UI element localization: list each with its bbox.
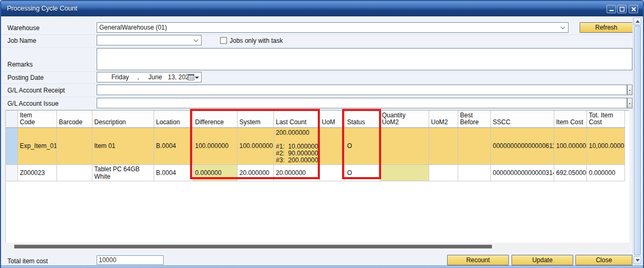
row-selector-cell[interactable] xyxy=(6,164,17,181)
cell-item-cost[interactable]: 100.000000 xyxy=(554,127,586,164)
column-header-description[interactable]: Description xyxy=(92,110,154,127)
divider xyxy=(1,84,631,84)
row-selector-header[interactable] xyxy=(6,110,17,127)
scroll-up-button[interactable] xyxy=(633,17,641,25)
cell-quantity-uom2[interactable] xyxy=(380,164,429,181)
cell-best-before[interactable] xyxy=(458,127,490,164)
cell-barcode[interactable] xyxy=(56,127,92,164)
column-header-best-before[interactable]: Best Before xyxy=(458,110,490,127)
column-header-difference[interactable]: Difference xyxy=(193,110,237,127)
refresh-button[interactable]: Refresh xyxy=(580,22,633,33)
close-window-button[interactable] xyxy=(629,5,638,13)
posting-date-label: Posting Date xyxy=(7,74,44,81)
jobs-only-with-task-checkbox[interactable] xyxy=(220,37,227,44)
cell-status[interactable]: O xyxy=(345,164,380,181)
minimize-button[interactable] xyxy=(607,5,616,13)
cell-system[interactable]: 20.000000 xyxy=(237,164,273,181)
date-dropdown-arrow-icon[interactable] xyxy=(195,77,199,79)
column-header-item-cost[interactable]: Item Cost xyxy=(554,110,586,127)
cell-barcode[interactable] xyxy=(56,164,92,181)
warehouse-value: GeneralWarehouse (01) xyxy=(99,24,167,31)
gl-account-issue-label: G/L Account Issue xyxy=(7,100,59,107)
arrow-up-icon xyxy=(636,20,640,23)
gl-account-issue-input[interactable] xyxy=(97,98,627,108)
last-count-detail-1: #1: 10.000000 xyxy=(276,143,317,150)
job-name-combobox[interactable] xyxy=(97,35,202,45)
column-header-tot-item-cost[interactable]: Tot. Item Cost xyxy=(586,110,624,127)
cell-location[interactable]: B.0004 xyxy=(154,164,193,181)
cell-uom[interactable] xyxy=(319,164,345,181)
close-icon xyxy=(631,7,636,12)
table-row: Exp_Item_01 Item 01 B.0004 100.000000 10… xyxy=(6,127,624,164)
gl-issue-browse-button[interactable] xyxy=(627,98,632,108)
cell-uom2[interactable] xyxy=(429,164,458,181)
column-header-sscc[interactable]: SSCC xyxy=(490,110,554,127)
warehouse-label: Warehouse xyxy=(7,24,40,32)
column-header-uom2[interactable]: UoM2 xyxy=(429,110,458,127)
cell-tot-item-cost[interactable]: 0.000000 xyxy=(586,164,624,181)
divider xyxy=(1,97,631,97)
cell-last-count[interactable]: 200.000000 #1: 10.000000 #2: 90.000000 #… xyxy=(273,127,319,164)
update-button[interactable]: Update xyxy=(512,255,573,265)
cell-system[interactable]: 100.000000 xyxy=(237,127,273,164)
posting-date-picker[interactable]: Friday , June 13, 2025 xyxy=(97,72,202,82)
cell-last-count[interactable]: 20.000000 xyxy=(273,164,319,181)
cell-description[interactable]: Item 01 xyxy=(92,127,154,164)
horizontal-scrollbar-thumb[interactable] xyxy=(14,245,492,248)
gl-account-receipt-input[interactable] xyxy=(97,85,627,95)
cell-item-code[interactable]: Exp_Item_01 xyxy=(17,127,56,164)
column-header-quantity-uom2[interactable]: Quantity UoM2 xyxy=(380,110,429,127)
cell-difference[interactable]: 0.000000 xyxy=(193,164,237,181)
cell-item-code[interactable]: Z000023 xyxy=(17,164,56,181)
gl-receipt-browse-button[interactable] xyxy=(627,85,632,95)
job-name-label: Job Name xyxy=(7,37,36,44)
vertical-scrollbar-thumb[interactable] xyxy=(634,26,641,255)
row-selector-cell[interactable] xyxy=(6,127,17,164)
table-row: Z000023 Tablet PC 64GB White B.0004 0.00… xyxy=(6,164,624,181)
cell-tot-item-cost[interactable]: 10,000.000000 xyxy=(586,127,624,164)
column-header-status[interactable]: Status xyxy=(345,110,380,127)
column-header-item-code[interactable]: Item Code xyxy=(17,110,56,127)
window-title: Processing Cycle Count xyxy=(7,1,77,16)
column-header-system[interactable]: System xyxy=(237,110,273,127)
date-separator: , xyxy=(137,73,139,81)
cell-description[interactable]: Tablet PC 64GB White xyxy=(92,164,154,181)
scroll-down-button[interactable] xyxy=(633,256,641,264)
last-count-detail-2: #2: 90.000000 xyxy=(276,150,317,157)
cell-best-before[interactable] xyxy=(458,164,490,181)
cell-status[interactable]: O xyxy=(345,127,380,164)
divider xyxy=(1,34,631,35)
browse-dot-icon xyxy=(629,103,630,104)
date-month: June xyxy=(148,73,162,81)
cell-quantity-uom2[interactable] xyxy=(380,127,429,164)
remarks-label: Remarks xyxy=(7,61,33,68)
cell-location[interactable]: B.0004 xyxy=(154,127,193,164)
warehouse-combobox[interactable]: GeneralWarehouse (01) xyxy=(97,22,569,33)
column-header-barcode[interactable]: Barcode xyxy=(56,110,92,127)
maximize-button[interactable] xyxy=(617,5,627,13)
cell-uom[interactable] xyxy=(319,127,345,164)
total-item-cost-label: Total item cost xyxy=(7,257,48,265)
cell-uom2[interactable] xyxy=(429,127,458,164)
browse-dot-icon xyxy=(629,90,630,91)
cell-item-cost[interactable]: 692.050000 xyxy=(554,164,586,181)
remarks-textarea[interactable] xyxy=(97,48,632,70)
cell-difference[interactable]: 100.000000 xyxy=(193,127,237,164)
calendar-icon[interactable] xyxy=(188,74,194,80)
cell-sscc[interactable]: 000000000000000314 xyxy=(490,164,554,181)
minimize-icon xyxy=(609,7,614,12)
vertical-scrollbar[interactable] xyxy=(632,17,641,265)
date-day: Friday xyxy=(111,73,129,81)
divider xyxy=(1,47,631,48)
column-header-location[interactable]: Location xyxy=(154,110,193,127)
close-button[interactable]: Close xyxy=(575,255,632,265)
maximize-icon xyxy=(620,7,624,12)
window-bottom-border xyxy=(1,265,643,268)
recount-button[interactable]: Recount xyxy=(447,255,509,265)
column-header-last-count[interactable]: Last Count xyxy=(273,110,319,127)
cell-sscc[interactable]: 000000000000000611 xyxy=(490,127,554,164)
total-item-cost-input[interactable] xyxy=(97,255,164,265)
column-header-uom[interactable]: UoM xyxy=(319,110,345,127)
chevron-down-icon xyxy=(194,38,198,42)
horizontal-scrollbar[interactable] xyxy=(5,243,629,250)
